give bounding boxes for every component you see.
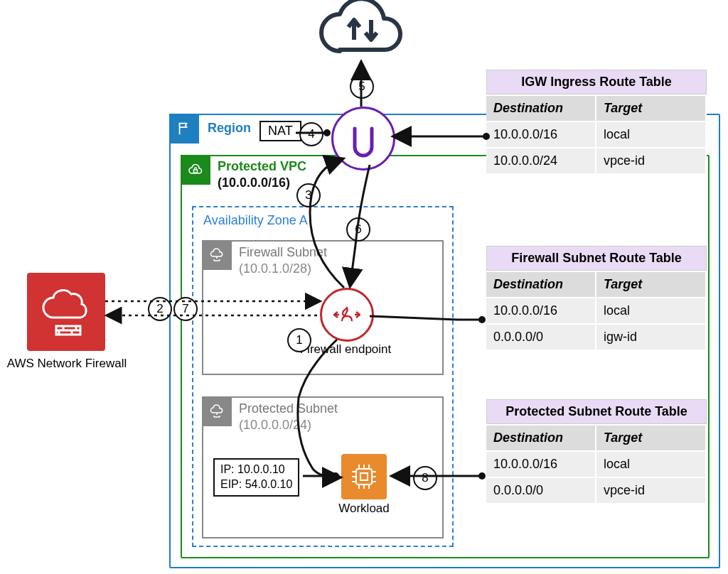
svg-point-3	[323, 129, 331, 136]
diagram-canvas: Region Protected VPC (10.0.0.0/16) Avail…	[0, 0, 728, 574]
connectors	[0, 0, 728, 574]
svg-point-7	[332, 472, 339, 480]
svg-point-4	[483, 133, 490, 140]
svg-point-6	[478, 472, 486, 480]
svg-point-5	[478, 316, 486, 323]
